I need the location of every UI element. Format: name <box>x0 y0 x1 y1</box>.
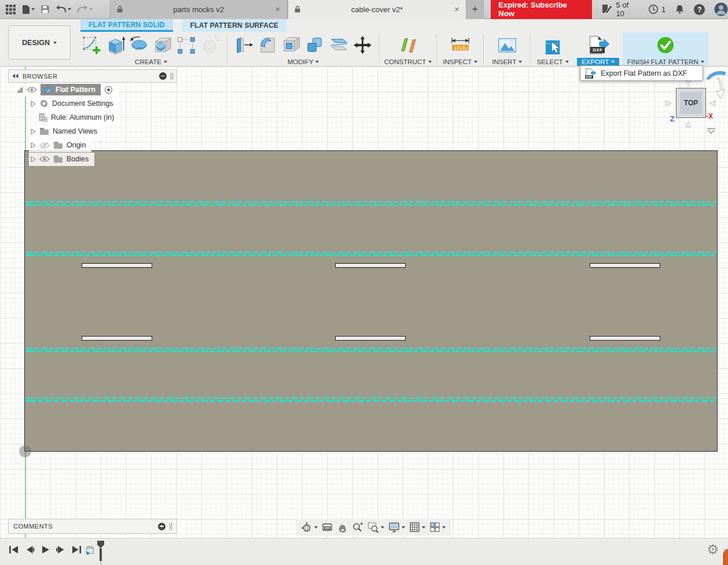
collapse-panel-icon[interactable] <box>12 73 19 79</box>
group-finish-flat-pattern[interactable]: FINISH FLAT PATTERN <box>623 32 708 66</box>
origin-point[interactable] <box>19 445 31 457</box>
expand-triangle[interactable] <box>31 128 36 135</box>
add-comment-icon[interactable] <box>158 523 166 530</box>
file-menu-button[interactable] <box>21 5 35 14</box>
roll-curved-arrow-icon[interactable] <box>714 77 728 104</box>
slot-cutout[interactable] <box>335 263 406 268</box>
activate-radio-icon[interactable] <box>104 86 113 94</box>
panel-grip[interactable] <box>170 523 172 530</box>
visibility-eye-icon[interactable] <box>39 156 50 163</box>
hole-icon[interactable] <box>151 32 175 58</box>
orbit-tool[interactable] <box>301 522 318 533</box>
browser-row-named-views[interactable]: Named Views <box>29 124 177 138</box>
viewcube-top-face[interactable]: TOP <box>676 88 706 118</box>
notifications-bell-icon[interactable] <box>675 4 685 14</box>
play-button[interactable] <box>41 545 50 554</box>
expand-triangle[interactable] <box>31 156 36 163</box>
flat-pattern-sheet-body[interactable] <box>24 150 718 452</box>
split-body-icon[interactable] <box>327 32 351 58</box>
rectangular-pattern-icon[interactable] <box>175 32 198 58</box>
slot-cutout[interactable] <box>590 336 660 341</box>
new-tab-button[interactable]: + <box>466 0 484 19</box>
combine-icon[interactable] <box>303 32 327 58</box>
display-settings[interactable] <box>388 522 405 533</box>
insert-group-label[interactable]: INSERT <box>492 58 522 66</box>
step-back-button[interactable] <box>25 545 35 554</box>
export-group-label[interactable]: EXPORT <box>577 58 619 66</box>
flat-pattern-root[interactable]: Flat Pattern <box>41 84 101 95</box>
flat-pattern-feature-icon[interactable] <box>86 545 95 555</box>
construct-plane-icon[interactable] <box>396 32 420 58</box>
slot-cutout[interactable] <box>590 263 660 268</box>
tab-flat-pattern-surface[interactable]: FLAT PATTERN SURFACE <box>182 19 287 32</box>
viewcube-right-arrow[interactable]: ◁ <box>709 99 715 106</box>
viewcube-face-label[interactable]: TOP <box>680 92 702 114</box>
visibility-off-eye-icon[interactable] <box>39 142 50 149</box>
browser-row-origin[interactable]: Origin <box>29 138 177 152</box>
undo-caret[interactable] <box>68 8 71 10</box>
look-at-tool[interactable] <box>322 522 333 533</box>
export-dxf-icon[interactable]: DXF <box>586 32 610 58</box>
document-tab-cable-cover[interactable]: cable-cover v2* × <box>288 0 466 19</box>
bend-line[interactable] <box>25 348 716 352</box>
bend-line[interactable] <box>25 397 716 402</box>
expand-triangle[interactable] <box>17 87 23 93</box>
press-pull-icon[interactable] <box>232 32 256 58</box>
browser-header[interactable]: BROWSER <box>8 69 177 83</box>
user-avatar[interactable] <box>714 2 728 16</box>
measure-icon[interactable] <box>448 32 472 58</box>
finish-check-icon[interactable] <box>654 32 678 58</box>
browser-row-bodies[interactable]: Bodies <box>29 152 177 166</box>
create-sketch-icon[interactable] <box>80 32 104 58</box>
close-icon[interactable]: × <box>453 5 460 13</box>
expand-triangle[interactable] <box>31 142 36 149</box>
app-grid-icon[interactable] <box>6 5 16 14</box>
workspace-switcher[interactable]: DESIGN <box>8 25 71 60</box>
select-group-label[interactable]: SELECT <box>537 58 569 66</box>
create-group-label[interactable]: CREATE <box>135 58 167 66</box>
inspect-group-label[interactable]: INSPECT <box>443 58 477 66</box>
browser-row-rule[interactable]: Rule: Aluminum (in) <box>29 110 177 124</box>
job-status[interactable]: 5 of 10 <box>601 1 639 18</box>
timeline-scrubber[interactable] <box>97 541 104 565</box>
expired-subscribe-button[interactable]: Expired: Subscribe Now <box>491 0 592 21</box>
construct-group-label[interactable]: CONSTRUCT <box>384 58 432 66</box>
bend-line[interactable] <box>25 252 716 256</box>
tab-flat-pattern-solid[interactable]: FLAT PATTERN SOLID <box>80 19 173 32</box>
slot-cutout[interactable] <box>82 336 152 341</box>
step-forward-button[interactable] <box>56 545 65 554</box>
visibility-eye-icon[interactable] <box>27 86 37 93</box>
panel-grip[interactable] <box>171 73 173 80</box>
undo-button[interactable] <box>56 5 71 14</box>
browser-row-document-settings[interactable]: Document Settings <box>29 97 177 110</box>
viewports[interactable] <box>429 522 446 533</box>
save-icon[interactable] <box>41 5 50 14</box>
pan-tool[interactable] <box>337 522 348 533</box>
slot-cutout[interactable] <box>335 336 406 341</box>
shell-icon[interactable] <box>280 32 303 58</box>
zoom-tool[interactable] <box>352 522 363 533</box>
minimize-panel-icon[interactable] <box>159 72 167 80</box>
fillet-icon[interactable] <box>256 32 280 58</box>
select-tool-icon[interactable] <box>541 32 565 58</box>
grid-snaps[interactable] <box>409 522 425 533</box>
redo-caret[interactable] <box>89 8 93 10</box>
help-icon[interactable]: ? <box>694 4 705 15</box>
viewcube-left-arrow[interactable]: ▷ <box>666 99 671 106</box>
viewcube-menu-chevron-icon[interactable] <box>706 128 716 134</box>
slot-cutout[interactable] <box>82 263 152 268</box>
redo-button[interactable] <box>77 5 93 14</box>
modify-group-label[interactable]: MODIFY <box>288 58 319 66</box>
viewcube-down-arrow[interactable]: △ <box>685 120 691 127</box>
go-to-start-button[interactable] <box>8 545 19 554</box>
finish-group-label[interactable]: FINISH FLAT PATTERN <box>627 58 704 66</box>
bend-line[interactable] <box>25 201 716 206</box>
move-icon[interactable] <box>351 32 374 58</box>
close-icon[interactable]: × <box>274 5 281 13</box>
version-history[interactable]: 1 <box>648 4 666 14</box>
insert-image-icon[interactable] <box>495 32 519 58</box>
settings-gear-icon[interactable]: ⚙ <box>707 542 719 557</box>
extrude-icon[interactable] <box>104 32 127 58</box>
zoom-window-tool[interactable] <box>367 522 384 533</box>
document-tab-parts-mocks[interactable]: parts mocks v2 × <box>110 0 288 19</box>
